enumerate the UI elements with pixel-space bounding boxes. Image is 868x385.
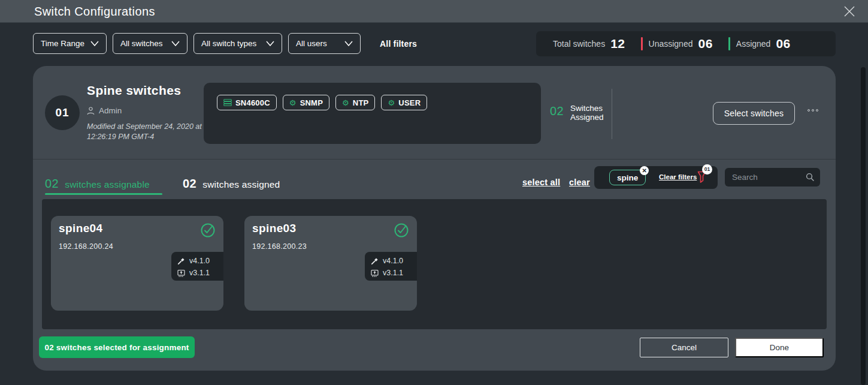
tag-ntp[interactable]: ⚙ NTP bbox=[335, 95, 375, 110]
time-range-dropdown[interactable]: Time Range bbox=[33, 33, 107, 54]
switch-name: spine03 bbox=[252, 222, 297, 235]
close-button[interactable] bbox=[840, 2, 858, 20]
switch-ip: 192.168.200.23 bbox=[252, 242, 307, 251]
tool-icon bbox=[371, 257, 379, 265]
group-name: Spine switches bbox=[87, 83, 181, 98]
tab-count: 02 bbox=[45, 177, 59, 191]
person-icon bbox=[87, 107, 95, 115]
section-divider bbox=[33, 159, 836, 160]
assigned-value: 06 bbox=[776, 37, 790, 51]
close-icon bbox=[843, 5, 856, 18]
switch-ip: 192.168.200.24 bbox=[59, 242, 113, 251]
selected-check-icon bbox=[200, 222, 216, 240]
assigned-label: Assigned bbox=[736, 39, 771, 49]
tab-count: 02 bbox=[183, 177, 196, 191]
selected-check-icon bbox=[394, 222, 410, 240]
chevron-down-icon bbox=[266, 41, 274, 46]
vertical-scrollbar[interactable] bbox=[861, 67, 866, 385]
tag-label: SN4600C bbox=[235, 98, 270, 107]
switch-icon bbox=[223, 99, 232, 106]
select-switches-button[interactable]: Select switches bbox=[713, 102, 795, 125]
switches-assigned-count: 02 bbox=[550, 104, 564, 118]
agent-version: v4.1.0 bbox=[383, 257, 403, 265]
tab-switches-assignable[interactable]: 02 switches assignable bbox=[45, 177, 150, 191]
unassigned-value: 06 bbox=[698, 37, 712, 51]
chevron-down-icon bbox=[171, 41, 180, 46]
agent-version: v4.1.0 bbox=[189, 257, 210, 265]
tag-user[interactable]: ⚙ USER bbox=[381, 95, 427, 110]
dropdown-label: All users bbox=[296, 39, 327, 48]
config-tags-panel: SN4600C ⚙ SNMP ⚙ NTP ⚙ USER bbox=[204, 83, 541, 144]
group-owner: Admin bbox=[87, 106, 122, 115]
filter-chip-spine[interactable]: spine ✕ bbox=[609, 170, 646, 185]
dropdown-label: Time Range bbox=[41, 39, 84, 48]
switch-card-spine04[interactable]: spine04 192.168.200.24 v4.1.0 bbox=[51, 216, 223, 311]
switch-group-card: 01 Spine switches Admin Modified at Sept… bbox=[33, 66, 836, 371]
dropdown-label: All switch types bbox=[201, 39, 256, 48]
firmware-icon bbox=[177, 269, 185, 277]
selection-summary-button[interactable]: 02 switches selected for assignment bbox=[39, 336, 195, 358]
switch-name: spine04 bbox=[59, 222, 103, 235]
assigned-bar bbox=[728, 37, 730, 50]
chevron-down-icon bbox=[344, 41, 353, 46]
modified-timestamp: Modified at September 24, 2020 at 12:26:… bbox=[87, 122, 207, 142]
unassigned-bar bbox=[641, 37, 643, 50]
gear-icon: ⚙ bbox=[388, 99, 395, 107]
filter-count-badge: 01 bbox=[702, 164, 712, 175]
owner-name: Admin bbox=[99, 106, 122, 115]
all-users-dropdown[interactable]: All users bbox=[288, 33, 361, 54]
tab-switches-assigned[interactable]: 02 switches assigned bbox=[183, 177, 280, 191]
total-switches-label: Total switches bbox=[553, 39, 605, 49]
all-switch-types-dropdown[interactable]: All switch types bbox=[193, 33, 282, 54]
tab-label: switches assignable bbox=[65, 179, 150, 190]
chevron-down-icon bbox=[90, 41, 99, 46]
vertical-divider bbox=[612, 89, 612, 139]
switches-grid: spine04 192.168.200.24 v4.1.0 bbox=[42, 199, 827, 329]
search-icon bbox=[806, 173, 815, 184]
version-panel: v4.1.0 v3.1.1 bbox=[365, 252, 417, 281]
tag-label: SNMP bbox=[300, 98, 323, 107]
filter-row: Time Range All switches All switch types… bbox=[33, 33, 417, 54]
total-switches-value: 12 bbox=[610, 37, 625, 51]
unassigned-label: Unassigned bbox=[649, 39, 693, 49]
version-panel: v4.1.0 v3.1.1 bbox=[171, 252, 223, 281]
all-switches-dropdown[interactable]: All switches bbox=[113, 33, 187, 54]
clear-filters-link[interactable]: Clear filters bbox=[659, 173, 697, 181]
clear-link[interactable]: clear bbox=[569, 178, 590, 187]
page-title: Switch Configurations bbox=[34, 0, 155, 23]
firmware-version: v3.1.1 bbox=[383, 269, 403, 277]
tool-icon bbox=[177, 257, 185, 265]
gear-icon: ⚙ bbox=[289, 99, 297, 107]
chip-label: spine bbox=[617, 173, 638, 182]
group-index-badge: 01 bbox=[45, 95, 80, 130]
done-button[interactable]: Done bbox=[735, 338, 824, 357]
tag-sn4600c[interactable]: SN4600C bbox=[217, 95, 277, 110]
firmware-version: v3.1.1 bbox=[189, 269, 210, 277]
title-bar: Switch Configurations bbox=[0, 0, 868, 23]
all-filters-link[interactable]: All filters bbox=[380, 39, 417, 49]
switch-configurations-modal: Switch Configurations Time Range All swi… bbox=[0, 0, 868, 385]
tag-snmp[interactable]: ⚙ SNMP bbox=[283, 95, 329, 110]
select-all-link[interactable]: select all bbox=[522, 178, 560, 187]
switches-assigned-label: Switches Assigned bbox=[570, 104, 612, 122]
switch-stats-bar: Total switches 12 Unassigned 06 Assigned… bbox=[536, 31, 836, 56]
tag-label: NTP bbox=[353, 98, 369, 107]
tab-label: switches assigned bbox=[202, 179, 280, 190]
switch-card-spine03[interactable]: spine03 192.168.200.23 v4.1.0 bbox=[244, 216, 417, 311]
tag-label: USER bbox=[398, 98, 421, 107]
cancel-button[interactable]: Cancel bbox=[640, 338, 728, 357]
gear-icon: ⚙ bbox=[342, 99, 349, 107]
more-options-button[interactable] bbox=[807, 109, 818, 112]
active-filters-box: spine ✕ Clear filters 01 bbox=[594, 166, 718, 189]
dropdown-label: All switches bbox=[120, 39, 163, 48]
chip-remove-icon[interactable]: ✕ bbox=[640, 166, 649, 175]
firmware-icon bbox=[371, 269, 379, 277]
search-box bbox=[725, 168, 820, 187]
